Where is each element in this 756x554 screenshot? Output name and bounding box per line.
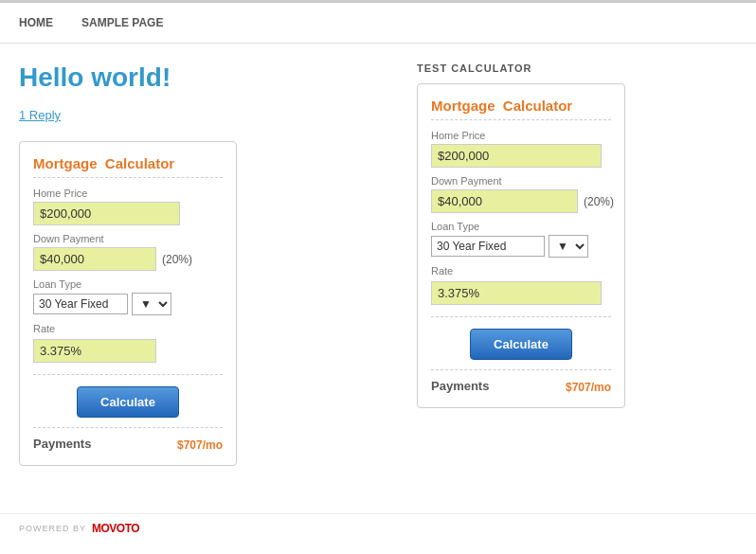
right-loan-type-label: Loan Type [431,221,611,232]
left-down-payment-pct: (20%) [162,253,192,266]
right-payments-row: Payments $707/mo [431,369,611,394]
right-down-payment-row: (20%) [431,189,611,213]
right-calculator: Mortgage Calculator Home Price Down Paym… [417,83,625,408]
movoto-logo: MOVOTO [92,522,139,535]
right-calculate-button[interactable]: Calculate [470,329,572,360]
left-loan-type-label: Loan Type [33,278,223,290]
left-loan-type-row: ▼ [33,293,223,315]
left-payments-value: $707/mo [177,436,223,452]
right-down-payment-input[interactable] [431,189,578,213]
left-calc-divider [33,374,223,375]
right-rate-label: Rate [431,265,611,277]
left-calculate-button[interactable]: Calculate [77,386,179,418]
left-rate-label: Rate [33,323,223,334]
right-column: TEST CALCULATOR Mortgage Calculator Home… [417,63,701,466]
left-loan-type-input[interactable] [33,294,128,314]
right-home-price-input[interactable] [431,144,602,168]
left-loan-type-select[interactable]: ▼ [132,293,171,315]
right-payments-label: Payments [431,379,489,393]
right-rate-display: 3.375% [431,281,602,305]
left-payments-row: Payments $707/mo [33,427,223,452]
left-down-payment-input[interactable] [33,247,156,271]
footer: POWERED BY MOVOTO [0,513,756,543]
right-payments-value: $707/mo [566,378,611,394]
nav-home[interactable]: HOME [19,16,53,29]
right-calc-heading: Mortgage Calculator [431,98,611,120]
left-calc-heading: Mortgage Calculator [33,155,223,178]
left-calculator: Mortgage Calculator Home Price Down Paym… [19,141,237,466]
left-home-price-input[interactable] [33,202,180,225]
right-down-payment-label: Down Payment [431,175,611,187]
left-calc-heading-accent: Calculator [105,155,174,171]
right-home-price-label: Home Price [431,130,611,141]
footer-powered-by: POWERED BY [19,524,86,533]
right-calc-heading-accent: Calculator [503,98,572,114]
left-payments-label: Payments [33,437,91,451]
left-down-payment-row: (20%) [33,247,223,271]
left-home-price-label: Home Price [33,188,223,199]
right-loan-type-input[interactable] [431,236,545,257]
left-calc-heading-main: Mortgage [33,155,98,171]
right-loan-type-row: ▼ [431,235,611,258]
left-rate-display: 3.375% [33,339,156,363]
left-column: Hello world! 1 Reply Mortgage Calculator… [19,63,398,466]
left-down-payment-label: Down Payment [33,233,223,244]
nav-sample-page[interactable]: SAMPLE PAGE [81,16,163,29]
right-down-payment-pct: (20%) [584,195,614,208]
right-loan-type-select[interactable]: ▼ [549,235,588,258]
top-nav: HOME SAMPLE PAGE [0,0,756,44]
page-title: Hello world! [19,63,398,93]
right-calc-heading-main: Mortgage [431,98,495,114]
reply-link[interactable]: 1 Reply [19,108,398,122]
main-content: Hello world! 1 Reply Mortgage Calculator… [0,44,756,485]
widget-title: TEST CALCULATOR [417,63,701,74]
right-calc-divider [431,316,611,317]
